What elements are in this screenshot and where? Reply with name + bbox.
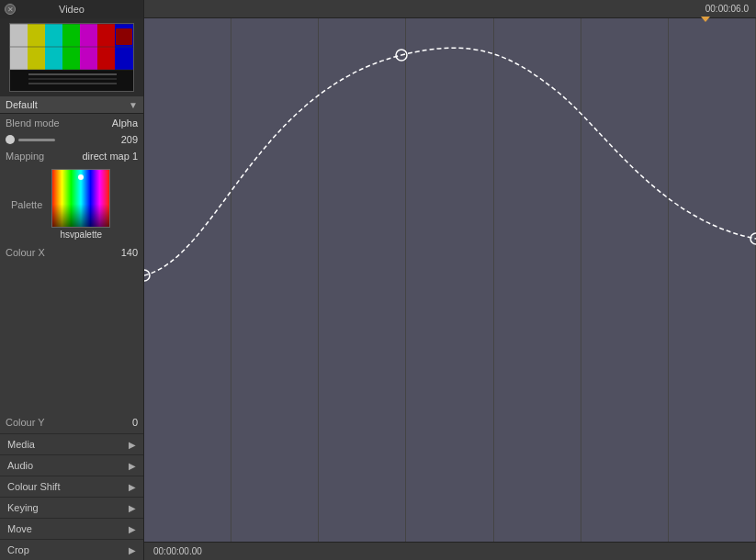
menu-arrow-crop-icon: ▶ — [129, 545, 136, 555]
section-default[interactable]: Default ▼ — [0, 96, 143, 114]
blend-mode-label: Blend mode — [6, 118, 60, 129]
colour-y-row: Colour Y 0 — [0, 415, 143, 430]
menu-item-audio[interactable]: Audio ▶ — [0, 454, 143, 476]
menu-item-colour-shift-label: Colour Shift — [7, 481, 60, 492]
preview-area — [0, 18, 143, 96]
menu-item-audio-label: Audio — [7, 460, 33, 471]
menu-arrow-keying-icon: ▶ — [129, 503, 136, 513]
colour-x-value[interactable]: 140 — [121, 247, 138, 258]
palette-preview[interactable] — [51, 169, 110, 228]
alpha-value: 209 — [121, 134, 138, 145]
mapping-row: Mapping direct map 1 — [0, 147, 143, 165]
palette-label: Palette — [11, 199, 42, 210]
curve-svg — [144, 18, 756, 349]
menu-arrow-media-icon: ▶ — [129, 440, 136, 450]
title-bar: ✕ Video — [0, 0, 143, 18]
preview-box — [9, 23, 134, 92]
start-time-label: 00:00:00.00 — [153, 546, 202, 556]
time-ruler: 00:00:06.0 — [144, 0, 756, 18]
section-arrow-icon: ▼ — [129, 100, 138, 110]
alpha-slider[interactable] — [18, 139, 55, 141]
left-panel: ✕ Video — [0, 0, 144, 560]
curve-path — [144, 48, 756, 275]
menu-item-keying[interactable]: Keying ▶ — [0, 497, 143, 518]
alpha-row: 209 — [0, 132, 143, 147]
blend-mode-value[interactable]: Alpha — [112, 118, 138, 129]
menu-item-colour-shift[interactable]: Colour Shift ▶ — [0, 476, 143, 497]
menu-item-crop[interactable]: Crop ▶ — [0, 539, 143, 560]
menu-arrow-audio-icon: ▶ — [129, 461, 136, 471]
colour-x-row: Colour X 140 — [0, 245, 143, 260]
blend-mode-row: Blend mode Alpha — [0, 114, 143, 132]
palette-name: hsvpalette — [60, 230, 102, 240]
colour-y-label: Colour Y — [6, 417, 45, 428]
menu-arrow-colour-shift-icon: ▶ — [129, 482, 136, 492]
palette-row: Palette hsvpalette — [6, 167, 116, 241]
window-title: Video — [59, 4, 85, 15]
close-icon[interactable]: ✕ — [5, 4, 16, 15]
current-time-label: 00:00:06.0 — [705, 4, 749, 14]
mapping-label: Mapping — [6, 151, 44, 162]
menu-item-move-label: Move — [7, 523, 32, 534]
colour-y-value[interactable]: 0 — [132, 417, 138, 428]
curve-area: 00:00:06.0 00:00:00.00 — [144, 0, 756, 560]
menu-item-move[interactable]: Move ▶ — [0, 518, 143, 539]
menu-item-keying-label: Keying — [7, 502, 39, 513]
palette-section: Palette hsvpalette — [0, 165, 143, 245]
svg-rect-7 — [10, 70, 134, 92]
menu-arrow-move-icon: ▶ — [129, 524, 136, 534]
alpha-circle-icon — [6, 135, 15, 144]
mapping-value[interactable]: direct map 1 — [82, 151, 138, 162]
colour-x-label: Colour X — [6, 247, 45, 258]
menu-item-media[interactable]: Media ▶ — [0, 433, 143, 454]
section-default-label: Default — [6, 99, 38, 110]
menu-items: Media ▶ Audio ▶ Colour Shift ▶ Keying ▶ … — [0, 433, 143, 560]
right-panel: 00:00:06.0 00:00:00.00 — [144, 0, 756, 560]
bottom-ruler: 00:00:00.00 — [144, 542, 756, 560]
svg-rect-11 — [116, 28, 132, 45]
menu-item-media-label: Media — [7, 439, 35, 450]
menu-item-crop-label: Crop — [7, 544, 29, 555]
